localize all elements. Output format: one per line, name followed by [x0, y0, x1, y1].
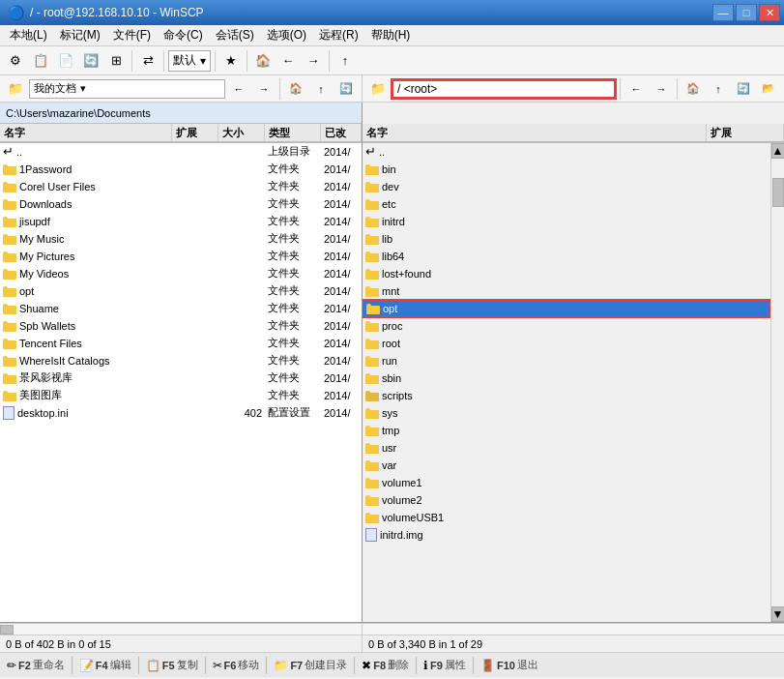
table-row[interactable]: My Pictures 文件夹 2014/ [0, 248, 362, 265]
table-row[interactable]: ↵.. [363, 143, 770, 161]
table-row[interactable]: jisupdf 文件夹 2014/ [0, 213, 362, 230]
left-addr-up-btn[interactable]: ↑ [309, 77, 333, 101]
table-row[interactable]: My Music 文件夹 2014/ [0, 230, 362, 248]
fkey-f9[interactable]: ℹF9属性 [421, 656, 469, 674]
menu-item-options[interactable]: 选项(O) [261, 25, 312, 45]
table-row[interactable]: opt [363, 300, 770, 317]
table-row[interactable]: etc [363, 195, 770, 213]
scroll-thumb[interactable] [772, 178, 784, 207]
table-row[interactable]: Downloads 文件夹 2014/ [0, 195, 362, 213]
menu-item-command[interactable]: 命令(C) [158, 25, 209, 45]
table-row[interactable]: 景风影视库 文件夹 2014/ [0, 369, 362, 387]
toolbar-btn-up[interactable]: ↑ [334, 49, 357, 73]
right-addr-up-btn[interactable]: ↑ [707, 77, 730, 101]
toolbar-btn-back[interactable]: ← [276, 49, 300, 73]
table-row[interactable]: volume1 [363, 474, 770, 491]
toolbar-btn-4[interactable]: ⊞ [104, 49, 128, 73]
right-addr-home-btn[interactable]: 🏠 [682, 77, 705, 101]
toolbar-btn-copy2[interactable]: 📄 [54, 49, 77, 73]
left-addr-dropdown[interactable]: 我的文档 ▾ [29, 79, 225, 99]
menu-item-file[interactable]: 文件(F) [107, 25, 157, 45]
right-addr-refresh-btn[interactable]: 🔄 [732, 77, 755, 101]
right-addr-fwd[interactable]: → [650, 77, 673, 101]
menu-item-help[interactable]: 帮助(H) [365, 25, 417, 45]
left-col-date[interactable]: 已改 [321, 124, 362, 141]
table-row[interactable]: 美图图库 文件夹 2014/ [0, 387, 362, 404]
fkey-f7[interactable]: 📁F7创建目录 [271, 656, 350, 674]
table-row[interactable]: volume2 [363, 491, 770, 509]
left-addr-refresh-btn[interactable]: 🔄 [334, 77, 358, 101]
table-row[interactable]: Corel User Files 文件夹 2014/ [0, 178, 362, 195]
toolbar-btn-3[interactable]: 🔄 [79, 49, 102, 73]
sync-dropdown[interactable]: 默认 ▾ [168, 50, 211, 72]
menu-item-local[interactable]: 本地(L) [4, 25, 53, 45]
toolbar-btn-copy[interactable]: 📋 [29, 49, 52, 73]
table-row[interactable]: tmp [363, 422, 770, 439]
right-addr-folder-btn[interactable]: 📁 [366, 77, 390, 101]
table-row[interactable]: opt 文件夹 2014/ [0, 282, 362, 300]
table-row[interactable]: scripts [363, 387, 770, 404]
table-row[interactable]: initrd [363, 213, 770, 230]
scroll-down-btn[interactable]: ▼ [771, 606, 785, 622]
right-scrollbar-h[interactable] [363, 624, 784, 635]
table-row[interactable]: volumeUSB1 [363, 509, 770, 526]
table-row[interactable]: dev [363, 178, 770, 195]
table-row[interactable]: usr [363, 439, 770, 457]
table-row[interactable]: lost+found [363, 265, 770, 282]
menu-item-mark[interactable]: 标记(M) [54, 25, 106, 45]
toolbar-btn-5[interactable]: ⇄ [136, 49, 160, 73]
table-row[interactable]: bin [363, 161, 770, 178]
table-row[interactable]: 1Password 文件夹 2014/ [0, 161, 362, 178]
table-row[interactable]: sbin [363, 369, 770, 387]
table-row[interactable]: ↵.. 上级目录 2014/ [0, 143, 362, 161]
fkey-f6[interactable]: ✂F6移动 [210, 656, 263, 674]
table-row[interactable]: Spb Wallets 文件夹 2014/ [0, 317, 362, 335]
left-col-name[interactable]: 名字 [0, 124, 172, 141]
menu-item-remote[interactable]: 远程(R) [313, 25, 364, 45]
table-row[interactable]: Shuame 文件夹 2014/ [0, 300, 362, 317]
right-addr-open-btn[interactable]: 📂 [757, 77, 780, 101]
menu-item-session[interactable]: 会话(S) [210, 25, 260, 45]
fkey-f4[interactable]: 📝F4编辑 [76, 656, 134, 674]
folder-icon [365, 285, 379, 297]
table-row[interactable]: var [363, 457, 770, 474]
left-addr-folder-btn[interactable]: 📁 [4, 77, 27, 101]
left-scrollbar[interactable] [0, 624, 363, 635]
fkey-f10[interactable]: 🚪F10退出 [478, 656, 541, 674]
right-addr-input[interactable] [392, 79, 616, 99]
fkey-f2[interactable]: ✏F2重命名 [4, 656, 68, 674]
fkey-f8[interactable]: ✖F8删除 [359, 656, 412, 674]
right-col-ext[interactable]: 扩展 [707, 124, 784, 141]
table-row[interactable]: sys [363, 404, 770, 422]
table-row[interactable]: proc [363, 317, 770, 335]
left-col-size[interactable]: 大小 [218, 124, 265, 141]
right-scrollbar[interactable]: ▲ ▼ [770, 143, 784, 622]
right-col-name[interactable]: 名字 [363, 124, 707, 141]
right-addr-back[interactable]: ← [624, 77, 648, 101]
table-row[interactable]: desktop.ini 402 配置设置 2014/ [0, 404, 362, 422]
table-row[interactable]: lib [363, 230, 770, 248]
table-row[interactable]: Tencent Files 文件夹 2014/ [0, 335, 362, 352]
toolbar-btn-fwd[interactable]: → [302, 49, 325, 73]
toolbar-btn-1[interactable]: ⚙ [4, 49, 27, 73]
left-addr-home-btn[interactable]: 🏠 [284, 77, 307, 101]
left-scroll-thumb[interactable] [0, 625, 14, 635]
fkey-f5[interactable]: 📋F5复制 [143, 656, 201, 674]
minimize-button[interactable]: — [712, 4, 734, 21]
table-row[interactable]: WhereIsIt Catalogs 文件夹 2014/ [0, 352, 362, 369]
left-addr-back[interactable]: ← [227, 77, 250, 101]
table-row[interactable]: lib64 [363, 248, 770, 265]
left-col-ext[interactable]: 扩展 [172, 124, 218, 141]
toolbar-btn-6[interactable]: ★ [219, 49, 243, 73]
table-row[interactable]: mnt [363, 282, 770, 300]
toolbar-btn-home[interactable]: 🏠 [251, 49, 275, 73]
table-row[interactable]: initrd.img [363, 526, 770, 544]
table-row[interactable]: run [363, 352, 770, 369]
left-col-type[interactable]: 类型 [265, 124, 321, 141]
maximize-button[interactable]: □ [736, 4, 757, 21]
table-row[interactable]: root [363, 335, 770, 352]
table-row[interactable]: My Videos 文件夹 2014/ [0, 265, 362, 282]
close-button[interactable]: ✕ [759, 4, 780, 21]
left-addr-fwd[interactable]: → [252, 77, 276, 101]
scroll-up-btn[interactable]: ▲ [771, 143, 785, 159]
